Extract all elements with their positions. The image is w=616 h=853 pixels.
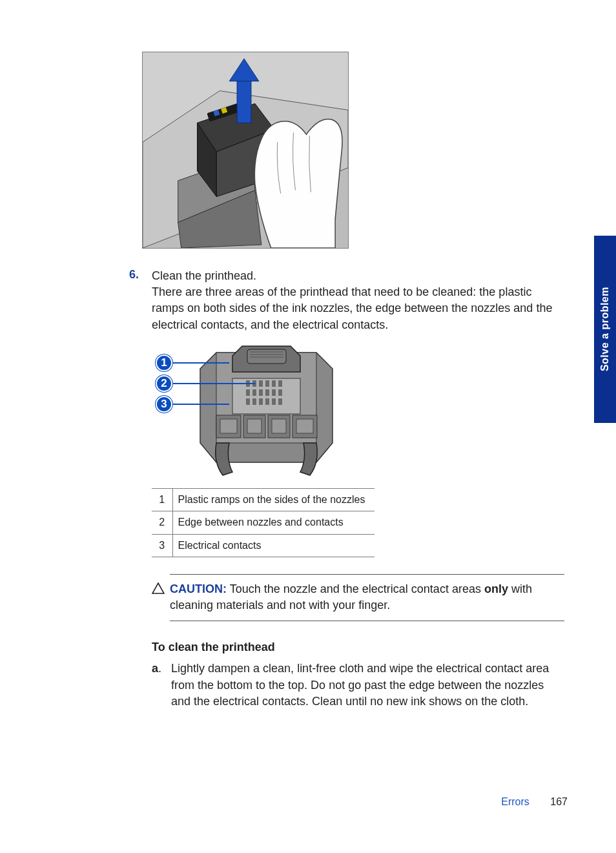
callout-legend-table: 1 Plastic ramps on the sides of the nozz…: [152, 488, 375, 557]
substep-text: Lightly dampen a clean, lint-free cloth …: [171, 661, 564, 710]
legend-text: Edge between nozzles and contacts: [172, 511, 375, 534]
figure-remove-printhead: [142, 52, 349, 249]
legend-text: Electrical contacts: [172, 534, 375, 557]
footer-page-number: 167: [550, 796, 568, 807]
svg-rect-16: [247, 349, 286, 364]
caution-text-pre: Touch the nozzle and the electrical cont…: [227, 582, 484, 595]
svg-rect-46: [296, 419, 313, 433]
callout-line: [172, 383, 255, 384]
callout-badge-1: 1: [156, 355, 172, 371]
svg-rect-24: [265, 380, 269, 387]
legend-num: 1: [152, 488, 172, 511]
svg-rect-36: [265, 398, 269, 405]
caution-label: CAUTION:: [170, 582, 227, 595]
svg-rect-30: [265, 389, 269, 396]
svg-marker-47: [152, 583, 164, 593]
substep-label: a.: [152, 661, 171, 710]
caution-triangle-icon: [152, 582, 166, 599]
svg-rect-32: [278, 389, 282, 396]
step-body: Clean the printhead. There are three are…: [152, 268, 564, 710]
step-line-1: Clean the printhead.: [152, 268, 564, 284]
svg-rect-31: [272, 389, 276, 396]
caution-text-bold: only: [484, 582, 508, 595]
svg-rect-45: [272, 419, 286, 433]
caution-body: CAUTION: Touch the nozzle and the electr…: [170, 581, 564, 613]
svg-rect-33: [246, 398, 250, 405]
table-row: 1 Plastic ramps on the sides of the nozz…: [152, 488, 375, 511]
svg-rect-38: [278, 398, 282, 405]
callout-badge-3: 3: [156, 396, 172, 413]
svg-rect-35: [259, 398, 263, 405]
callout-badge-2: 2: [156, 375, 172, 392]
table-row: 3 Electrical contacts: [152, 534, 375, 557]
page-footer: Errors 167: [501, 796, 568, 808]
figure-printhead-callouts: 1 2 3: [152, 343, 371, 482]
table-row: 2 Edge between nozzles and contacts: [152, 511, 375, 534]
svg-rect-27: [246, 389, 250, 396]
printhead-areas-illustration: [152, 343, 371, 482]
svg-rect-34: [252, 398, 256, 405]
callout-line: [172, 362, 229, 364]
legend-num: 3: [152, 534, 172, 557]
step-number: 6.: [129, 268, 152, 710]
svg-rect-29: [259, 389, 263, 396]
svg-rect-28: [252, 389, 256, 396]
legend-text: Plastic ramps on the sides of the nozzle…: [172, 488, 375, 511]
step-paragraph: There are three areas of the printhead t…: [152, 284, 564, 333]
svg-rect-11: [237, 78, 251, 123]
printhead-removal-illustration: [143, 52, 348, 249]
svg-rect-23: [259, 380, 263, 387]
footer-section: Errors: [501, 796, 529, 807]
svg-rect-25: [272, 380, 276, 387]
caution-notice: CAUTION: Touch the nozzle and the electr…: [170, 574, 564, 621]
step-6: 6. Clean the printhead. There are three …: [129, 268, 564, 710]
svg-rect-37: [272, 398, 276, 405]
svg-rect-44: [247, 419, 262, 433]
svg-rect-26: [278, 380, 282, 387]
callout-line: [172, 404, 229, 405]
svg-rect-43: [220, 419, 237, 433]
substep-a: a. Lightly dampen a clean, lint-free clo…: [152, 661, 564, 710]
subsection-heading: To clean the printhead: [152, 639, 564, 655]
legend-num: 2: [152, 511, 172, 534]
